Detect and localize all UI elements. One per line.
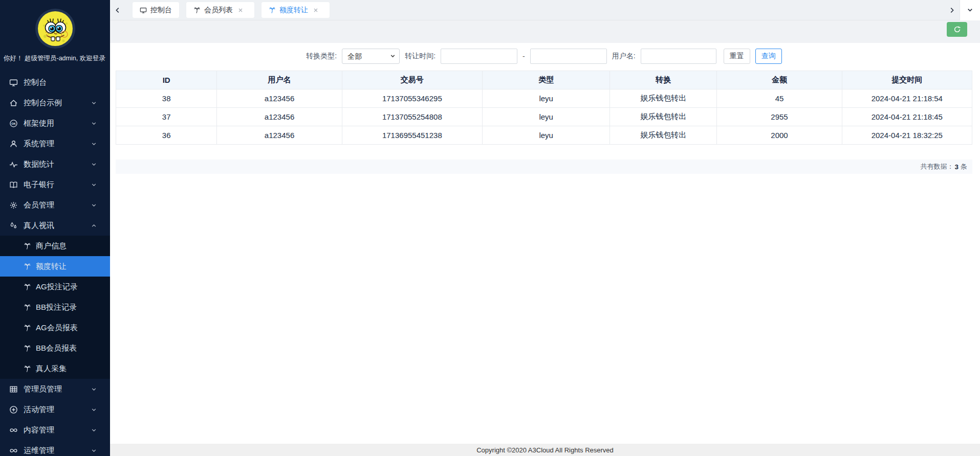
cell-transfer: 娱乐钱包转出 [610, 126, 717, 145]
username-input[interactable] [641, 49, 716, 64]
chevron-down-icon [91, 386, 97, 393]
grid-icon [9, 385, 18, 394]
col-header-amount: 金额 [717, 71, 842, 89]
footer: Copyright ©2020 A3Cloud All Rights Reser… [110, 444, 980, 456]
submenu-item-ag-bet-records[interactable]: AG投注记录 [0, 277, 110, 297]
type-select[interactable]: 全部 [342, 49, 400, 64]
close-icon[interactable] [313, 7, 319, 13]
tab-member-list[interactable]: 会员列表 [186, 2, 254, 18]
submenu-item-label: BB投注记录 [36, 303, 77, 312]
live-video-submenu: 商户信息 额度转让 AG投注记录 BB投注记录 AG会员报表 [0, 236, 110, 379]
welcome-text: 你好！ 超级管理员-admin, 欢迎登录 [0, 49, 110, 63]
chevron-down-icon [91, 447, 97, 454]
chevron-down-icon [91, 427, 97, 434]
cell-id: 37 [116, 108, 217, 126]
cell-submit-time: 2024-04-21 21:18:45 [842, 108, 972, 126]
sidebar-item-system[interactable]: 系统管理 [0, 133, 110, 154]
record-count-value: 3 [954, 163, 959, 171]
sidebar-item-admin-mgmt[interactable]: 管理员管理 [0, 379, 110, 399]
cell-type: leyu [483, 126, 610, 145]
sidebar-item-label: 控制台 [24, 78, 103, 87]
chevron-down-icon [91, 100, 97, 106]
drops-icon [9, 221, 18, 230]
col-header-id: ID [116, 71, 217, 89]
sidebar-item-live-video[interactable]: 真人视讯 [0, 215, 110, 236]
palm-icon [269, 7, 276, 14]
search-button[interactable]: 查询 [755, 49, 782, 64]
chevron-right-icon [948, 7, 955, 14]
cell-id: 38 [116, 89, 217, 108]
tabs-scroll-left-button[interactable] [110, 0, 125, 20]
infinity-icon [9, 426, 18, 435]
gear-icon [9, 201, 18, 210]
sidebar-item-content-mgmt[interactable]: 内容管理 [0, 420, 110, 440]
close-icon[interactable] [237, 7, 244, 13]
sidebar-item-statistics[interactable]: 数据统计 [0, 154, 110, 174]
sidebar-item-members[interactable]: 会员管理 [0, 195, 110, 215]
cell-type: leyu [483, 108, 610, 126]
record-count-bar: 共有数据：3条 [116, 159, 972, 174]
infinity-icon [9, 446, 18, 455]
records-table: ID 用户名 交易号 类型 转换 金额 提交时间 38 a123456 1713… [116, 71, 972, 145]
time-from-input[interactable] [441, 49, 517, 64]
sidebar-item-framework[interactable]: OK 框架使用 [0, 113, 110, 133]
sidebar-item-activity-mgmt[interactable]: 活动管理 [0, 399, 110, 420]
cell-id: 36 [116, 126, 217, 145]
time-to-input[interactable] [530, 49, 607, 64]
sidebar-item-label: 真人视讯 [24, 221, 91, 231]
sidebar-item-label: 内容管理 [24, 425, 91, 435]
col-header-submit-time: 提交时间 [842, 71, 972, 89]
record-count-unit: 条 [961, 162, 967, 171]
tab-bar: 控制台 会员列表 额度转让 [110, 0, 980, 20]
svg-text:OK: OK [11, 122, 16, 125]
sidebar-item-console[interactable]: 控制台 [0, 72, 110, 93]
palm-icon [24, 283, 31, 291]
palm-icon [24, 304, 31, 311]
tabs-scroll-right-button[interactable] [944, 0, 960, 20]
sidebar-item-console-demo[interactable]: 控制台示例 [0, 93, 110, 113]
submenu-item-merchant-info[interactable]: 商户信息 [0, 236, 110, 256]
palm-icon [24, 263, 31, 270]
chevron-up-icon [91, 222, 97, 229]
main-area: 控制台 会员列表 额度转让 [110, 0, 980, 456]
tabs-menu-button[interactable] [960, 0, 980, 20]
palm-icon [193, 7, 201, 14]
cell-submit-time: 2024-04-21 18:32:25 [842, 126, 972, 145]
sidebar-item-ebank[interactable]: 电子银行 [0, 174, 110, 195]
submenu-item-ag-member-report[interactable]: AG会员报表 [0, 317, 110, 338]
sidebar-item-label: 框架使用 [24, 119, 91, 128]
submenu-item-quota-transfer[interactable]: 额度转让 [0, 256, 110, 277]
toolbar-band [110, 20, 980, 43]
chevron-down-icon [966, 6, 974, 14]
palm-icon [24, 365, 31, 373]
sidebar-item-ops-mgmt[interactable]: 运维管理 [0, 440, 110, 456]
cell-transaction: 17137055346295 [342, 89, 482, 108]
submenu-item-bb-member-report[interactable]: BB会员报表 [0, 338, 110, 358]
chevron-down-icon [91, 406, 97, 413]
submenu-item-live-collect[interactable]: 真人采集 [0, 358, 110, 379]
cell-username: a123456 [217, 89, 342, 108]
chevron-down-icon [91, 202, 97, 209]
plus-circle-icon [9, 405, 18, 414]
table-row: 38 a123456 17137055346295 leyu 娱乐钱包转出 45… [116, 89, 972, 108]
sidebar-item-label: 电子银行 [24, 180, 91, 190]
avatar [35, 8, 76, 49]
submenu-item-bb-bet-records[interactable]: BB投注记录 [0, 297, 110, 317]
refresh-button[interactable] [947, 22, 967, 37]
cell-transfer: 娱乐钱包转出 [610, 108, 717, 126]
sidebar-item-label: 管理员管理 [24, 384, 91, 394]
sidebar-item-label: 数据统计 [24, 159, 91, 169]
table-row: 37 a123456 17137055254808 leyu 娱乐钱包转出 29… [116, 108, 972, 126]
tab-console[interactable]: 控制台 [133, 2, 179, 18]
type-select-wrap: 全部 [342, 49, 400, 64]
tab-label: 控制台 [150, 6, 172, 15]
cell-transfer: 娱乐钱包转出 [610, 89, 717, 108]
avatar-wrap [0, 0, 110, 49]
reset-button[interactable]: 重置 [724, 49, 750, 64]
submenu-item-label: AG会员报表 [36, 323, 78, 333]
chevron-down-icon [91, 161, 97, 168]
tab-quota-transfer[interactable]: 额度转让 [262, 2, 330, 18]
filter-bar: 转换类型: 全部 转让时间: - 用户名: 重置 查询 [116, 49, 972, 64]
palm-icon [24, 242, 31, 250]
user-icon [9, 140, 18, 148]
